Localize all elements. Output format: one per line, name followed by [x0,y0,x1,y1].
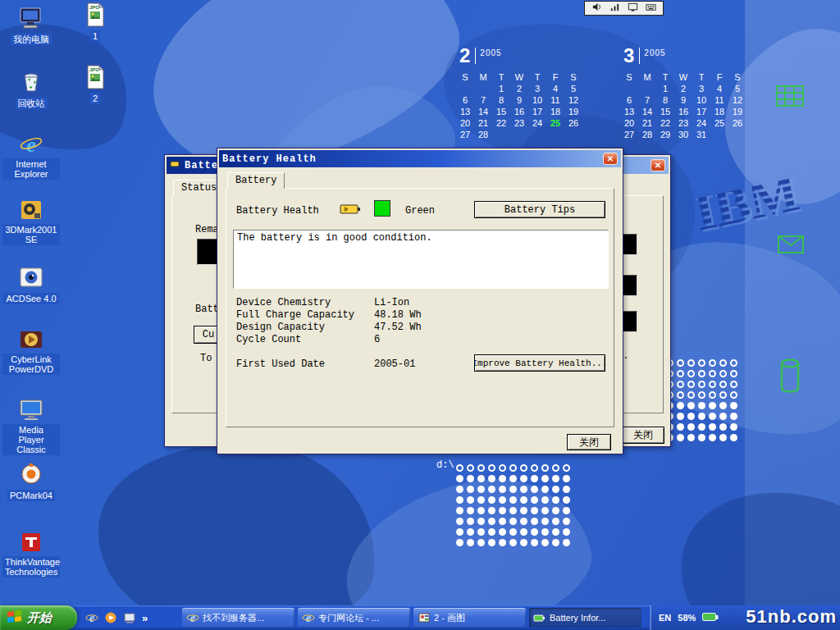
task-label: 专门网论坛 - ... [318,612,379,624]
dot [520,528,527,536]
dot [709,391,716,399]
dot [499,464,506,472]
dot [709,359,716,367]
osd-indicator-box [584,1,664,16]
battery-tips-button[interactable]: Battery Tips [474,201,605,218]
first-used-value: 2005-01 [374,358,415,370]
svg-text:e: e [26,133,36,157]
desktop-icon-acdsee[interactable]: ACDSee 4.0 [2,264,61,305]
battery-icon [340,203,361,218]
field-value: Li-Ion [374,297,409,308]
desktop-icon-mpc[interactable]: Media Player Classic [2,397,61,456]
health-status-text: Green [405,205,435,217]
first-used-label: First Used Date [236,358,325,370]
dot [488,507,495,514]
battery-health-dialog[interactable]: Battery Health ✕ Battery Battery Health … [217,148,623,454]
dot [499,518,506,525]
pcmark04-icon [18,461,44,487]
calendar-day: 14 [474,107,492,117]
language-indicator[interactable]: EN [659,613,671,623]
dot [563,496,570,504]
dot [698,381,705,388]
volume-bars-icon [609,1,620,16]
dot [520,539,527,546]
dot [488,496,495,504]
desktop-icon-pcmark04[interactable]: PCMark04 [2,461,61,502]
calendar-day: 20 [620,118,638,129]
dot [531,518,538,525]
dot [499,528,506,536]
taskbar-task-battery[interactable]: Battery Infor... [529,608,641,628]
dot [677,413,684,420]
desktop-file-1[interactable]: JPG1 [72,2,118,43]
internet-explorer-icon[interactable]: e [85,611,98,624]
dot [499,539,506,546]
field-value: 48.18 Wh [374,309,422,321]
dot [488,464,495,472]
close-icon[interactable]: ✕ [603,153,618,165]
dot [488,539,495,546]
desktop-icon-my-computer[interactable]: 我的电脑 [2,5,61,46]
health-dialog-titlebar[interactable]: Battery Health ✕ [219,150,621,167]
taskbar-task-ie[interactable]: e找不到服务器... [182,608,294,628]
calendar-month: 3 [623,46,634,66]
condition-textbox[interactable]: The battery is in good condition. [233,230,609,289]
dot [698,359,705,367]
calendar-march: 3 2005 SMTWTFS12345678910111213141516171… [620,46,751,140]
desktop-icon-recycle-bin[interactable]: 回收站 [2,69,61,110]
calendar-day: 22 [492,118,510,129]
dot [467,486,474,493]
desktop-icon-thinkvantage[interactable]: ThinkVantage Technologies [2,529,61,578]
calendar-day: 8 [656,95,674,106]
close-button-health[interactable]: 关闭 [567,434,611,450]
calendar-day: 15 [492,107,510,117]
desktop-file-2[interactable]: JPG2 [72,64,118,105]
desktop-icon-label: 2 [90,93,100,104]
calendar-day-header: T [528,72,546,83]
desktop-icon-label: CyberLink PowerDVD [2,354,60,375]
calendar-day: 7 [474,95,492,106]
dot [698,402,705,409]
field-label: Design Capacity [236,322,325,333]
health-status-swatch [374,200,390,217]
close-icon[interactable]: ✕ [651,159,665,171]
desktop-icon-internet-explorer[interactable]: eInternet Explorer [2,131,61,180]
dot [687,381,695,388]
calendar-day: 12 [728,95,746,106]
show-desktop-icon[interactable] [123,611,136,624]
dot [552,539,559,546]
desktop-icon-label: PCMark04 [7,490,55,501]
calendar-day-header: S [564,72,582,83]
media-player-icon[interactable] [104,611,117,624]
desktop-icon-powerdvd[interactable]: CyberLink PowerDVD [2,326,61,376]
dot [698,391,705,399]
calendar-day: 25 [710,118,728,129]
start-button[interactable]: 开始 [0,605,77,630]
window-icon [170,158,181,173]
svg-text:e: e [190,612,195,624]
windows-logo-icon [7,609,23,627]
taskbar-task-ie[interactable]: e专门网论坛 - ... [298,608,410,628]
dot [677,434,684,441]
calendar-day: 27 [620,130,638,140]
overflow-chevron[interactable]: » [142,612,148,624]
dot [509,496,517,504]
dot [719,359,727,367]
calendar-day [492,130,510,140]
dot [698,434,705,441]
close-button-info[interactable]: 关闭 [622,427,664,444]
taskbar-task-paint[interactable]: 2 - 画图 [413,608,526,628]
tab-battery[interactable]: Battery [227,172,285,189]
improve-battery-health-button[interactable]: Improve Battery Health... [474,354,605,372]
svg-text:JPG: JPG [89,5,99,10]
dot [730,413,737,420]
dot [541,486,549,493]
calendar-day: 29 [656,130,674,140]
dot [509,528,517,536]
window-title: Batte [185,160,218,171]
jpg-file-icon: JPG [82,2,108,28]
battery-tray-icon[interactable] [702,612,719,623]
desktop-icon-3dmark2001[interactable]: 3DMark2001 SE [2,197,61,246]
dot [467,528,474,536]
calendar-day [728,130,746,140]
